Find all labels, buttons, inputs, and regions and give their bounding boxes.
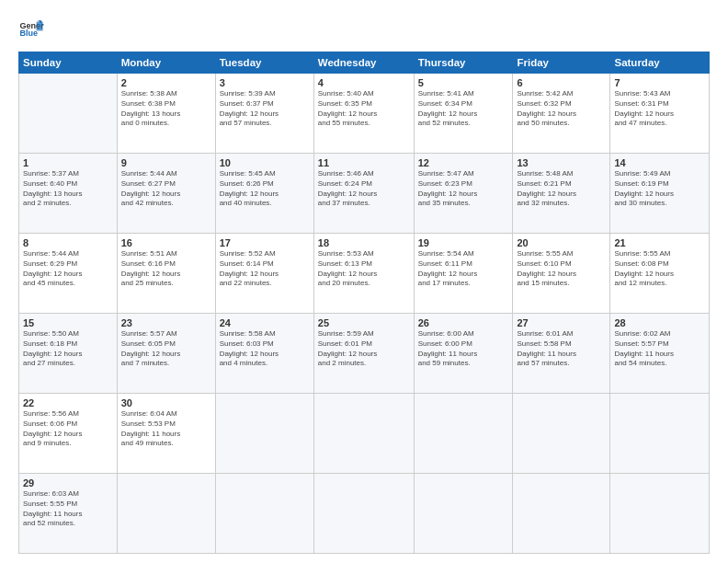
day-number: 2: [121, 77, 211, 88]
day-info: Sunrise: 5:37 AMSunset: 6:40 PMDaylight:…: [23, 169, 113, 209]
day-info: Sunrise: 6:03 AMSunset: 5:55 PMDaylight:…: [23, 489, 113, 529]
day-info: Sunrise: 6:00 AMSunset: 6:00 PMDaylight:…: [418, 329, 509, 369]
day-number: 3: [220, 77, 310, 88]
weekday-header-tuesday: Tuesday: [215, 52, 313, 74]
calendar-cell: 10Sunrise: 5:45 AMSunset: 6:26 PMDayligh…: [215, 154, 313, 234]
day-number: 22: [23, 397, 113, 408]
day-number: 1: [23, 157, 113, 168]
calendar-cell: 30Sunrise: 6:04 AMSunset: 5:53 PMDayligh…: [117, 394, 215, 474]
day-info: Sunrise: 5:56 AMSunset: 6:06 PMDaylight:…: [23, 409, 113, 449]
calendar-cell: 1Sunrise: 5:37 AMSunset: 6:40 PMDaylight…: [19, 154, 118, 234]
day-number: 8: [23, 237, 113, 248]
day-info: Sunrise: 5:48 AMSunset: 6:21 PMDaylight:…: [517, 169, 606, 209]
day-info: Sunrise: 5:40 AMSunset: 6:35 PMDaylight:…: [318, 89, 410, 129]
day-number: 14: [614, 157, 705, 168]
calendar-cell: 17Sunrise: 5:52 AMSunset: 6:14 PMDayligh…: [215, 234, 313, 314]
day-info: Sunrise: 5:39 AMSunset: 6:37 PMDaylight:…: [220, 89, 310, 129]
calendar-cell: 13Sunrise: 5:48 AMSunset: 6:21 PMDayligh…: [513, 154, 610, 234]
weekday-header-saturday: Saturday: [610, 52, 710, 74]
calendar-cell: [313, 394, 414, 474]
calendar-cell: 15Sunrise: 5:50 AMSunset: 6:18 PMDayligh…: [19, 314, 118, 394]
calendar-cell: [117, 474, 215, 554]
logo: General Blue: [18, 17, 48, 42]
day-info: Sunrise: 5:57 AMSunset: 6:05 PMDaylight:…: [121, 329, 211, 369]
day-info: Sunrise: 5:42 AMSunset: 6:32 PMDaylight:…: [517, 89, 606, 129]
page-header: General Blue: [18, 17, 710, 42]
day-info: Sunrise: 5:59 AMSunset: 6:01 PMDaylight:…: [318, 329, 410, 369]
day-info: Sunrise: 5:45 AMSunset: 6:26 PMDaylight:…: [220, 169, 310, 209]
day-info: Sunrise: 5:58 AMSunset: 6:03 PMDaylight:…: [220, 329, 310, 369]
calendar-cell: [610, 394, 710, 474]
calendar-cell: 2Sunrise: 5:38 AMSunset: 6:38 PMDaylight…: [117, 74, 215, 154]
svg-text:Blue: Blue: [19, 29, 38, 38]
logo-icon: General Blue: [18, 17, 44, 42]
day-info: Sunrise: 5:49 AMSunset: 6:19 PMDaylight:…: [614, 169, 705, 209]
day-number: 5: [418, 77, 509, 88]
day-number: 28: [614, 317, 705, 328]
calendar-cell: [513, 474, 610, 554]
svg-marker-2: [37, 22, 43, 31]
day-number: 23: [121, 317, 211, 328]
calendar-cell: 4Sunrise: 5:40 AMSunset: 6:35 PMDaylight…: [313, 74, 414, 154]
calendar-cell: 23Sunrise: 5:57 AMSunset: 6:05 PMDayligh…: [117, 314, 215, 394]
day-info: Sunrise: 6:01 AMSunset: 5:58 PMDaylight:…: [517, 329, 606, 369]
calendar-cell: [313, 474, 414, 554]
day-number: 12: [418, 157, 509, 168]
day-info: Sunrise: 5:55 AMSunset: 6:10 PMDaylight:…: [517, 249, 606, 289]
calendar-cell: 8Sunrise: 5:44 AMSunset: 6:29 PMDaylight…: [19, 234, 118, 314]
day-number: 16: [121, 237, 211, 248]
weekday-header-friday: Friday: [513, 52, 610, 74]
day-info: Sunrise: 5:51 AMSunset: 6:16 PMDaylight:…: [121, 249, 211, 289]
calendar-cell: [414, 474, 513, 554]
calendar-cell: 21Sunrise: 5:55 AMSunset: 6:08 PMDayligh…: [610, 234, 710, 314]
calendar-cell: [414, 394, 513, 474]
calendar-cell: [610, 474, 710, 554]
calendar-cell: 27Sunrise: 6:01 AMSunset: 5:58 PMDayligh…: [513, 314, 610, 394]
calendar-cell: 18Sunrise: 5:53 AMSunset: 6:13 PMDayligh…: [313, 234, 414, 314]
day-number: 18: [318, 237, 410, 248]
day-number: 7: [614, 77, 705, 88]
day-number: 4: [318, 77, 410, 88]
calendar-cell: 22Sunrise: 5:56 AMSunset: 6:06 PMDayligh…: [19, 394, 118, 474]
day-info: Sunrise: 5:43 AMSunset: 6:31 PMDaylight:…: [614, 89, 705, 129]
calendar-cell: 7Sunrise: 5:43 AMSunset: 6:31 PMDaylight…: [610, 74, 710, 154]
calendar-cell: 24Sunrise: 5:58 AMSunset: 6:03 PMDayligh…: [215, 314, 313, 394]
day-number: 13: [517, 157, 606, 168]
day-number: 6: [517, 77, 606, 88]
calendar-cell: 12Sunrise: 5:47 AMSunset: 6:23 PMDayligh…: [414, 154, 513, 234]
calendar-cell: 9Sunrise: 5:44 AMSunset: 6:27 PMDaylight…: [117, 154, 215, 234]
calendar-cell: 3Sunrise: 5:39 AMSunset: 6:37 PMDaylight…: [215, 74, 313, 154]
day-info: Sunrise: 6:04 AMSunset: 5:53 PMDaylight:…: [121, 409, 211, 449]
calendar-cell: 25Sunrise: 5:59 AMSunset: 6:01 PMDayligh…: [313, 314, 414, 394]
day-number: 11: [318, 157, 410, 168]
day-number: 10: [220, 157, 310, 168]
calendar-table: SundayMondayTuesdayWednesdayThursdayFrid…: [18, 52, 710, 554]
day-info: Sunrise: 6:02 AMSunset: 5:57 PMDaylight:…: [614, 329, 705, 369]
calendar-cell: 20Sunrise: 5:55 AMSunset: 6:10 PMDayligh…: [513, 234, 610, 314]
day-info: Sunrise: 5:52 AMSunset: 6:14 PMDaylight:…: [220, 249, 310, 289]
calendar-cell: [215, 474, 313, 554]
day-info: Sunrise: 5:38 AMSunset: 6:38 PMDaylight:…: [121, 89, 211, 129]
day-info: Sunrise: 5:47 AMSunset: 6:23 PMDaylight:…: [418, 169, 509, 209]
day-number: 24: [220, 317, 310, 328]
day-number: 30: [121, 397, 211, 408]
calendar-cell: 26Sunrise: 6:00 AMSunset: 6:00 PMDayligh…: [414, 314, 513, 394]
weekday-header-wednesday: Wednesday: [313, 52, 414, 74]
weekday-header-monday: Monday: [117, 52, 215, 74]
day-info: Sunrise: 5:41 AMSunset: 6:34 PMDaylight:…: [418, 89, 509, 129]
day-info: Sunrise: 5:50 AMSunset: 6:18 PMDaylight:…: [23, 329, 113, 369]
calendar-cell: 29Sunrise: 6:03 AMSunset: 5:55 PMDayligh…: [19, 474, 118, 554]
day-number: 21: [614, 237, 705, 248]
day-info: Sunrise: 5:44 AMSunset: 6:29 PMDaylight:…: [23, 249, 113, 289]
calendar-cell: 11Sunrise: 5:46 AMSunset: 6:24 PMDayligh…: [313, 154, 414, 234]
day-number: 29: [23, 477, 113, 488]
calendar-cell: [215, 394, 313, 474]
weekday-header-thursday: Thursday: [414, 52, 513, 74]
day-number: 26: [418, 317, 509, 328]
calendar-cell: 6Sunrise: 5:42 AMSunset: 6:32 PMDaylight…: [513, 74, 610, 154]
day-info: Sunrise: 5:44 AMSunset: 6:27 PMDaylight:…: [121, 169, 211, 209]
calendar-cell: 14Sunrise: 5:49 AMSunset: 6:19 PMDayligh…: [610, 154, 710, 234]
day-info: Sunrise: 5:55 AMSunset: 6:08 PMDaylight:…: [614, 249, 705, 289]
day-number: 19: [418, 237, 509, 248]
day-number: 17: [220, 237, 310, 248]
